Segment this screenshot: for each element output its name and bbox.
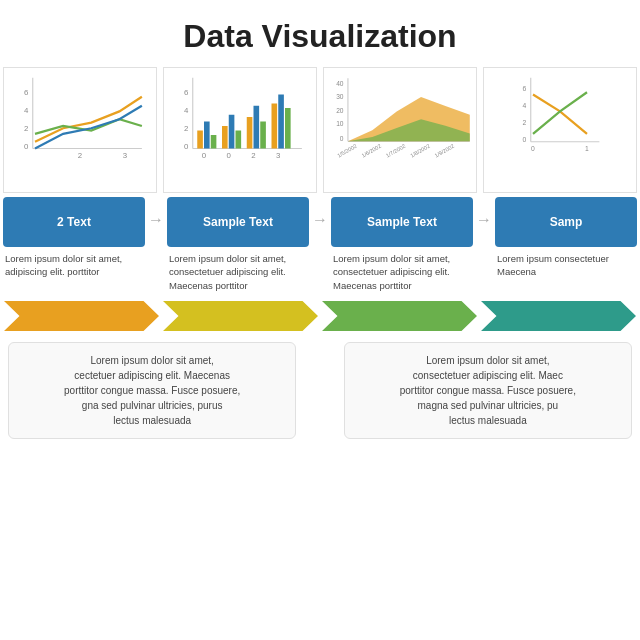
svg-text:20: 20 xyxy=(336,107,344,114)
svg-text:2: 2 xyxy=(24,124,28,133)
svg-text:2: 2 xyxy=(251,151,255,160)
svg-text:3: 3 xyxy=(123,151,128,160)
text-2: Lorem ipsum dolor sit amet, consectetuer… xyxy=(167,247,309,294)
unit-4: Samp Lorem ipsum consectetuer Maecena xyxy=(495,197,637,294)
svg-text:0: 0 xyxy=(522,136,526,143)
line-chart-4: 0 2 4 6 0 1 xyxy=(488,72,632,162)
text-4: Lorem ipsum consectetuer Maecena xyxy=(495,247,637,281)
chevron-2 xyxy=(163,301,318,331)
svg-text:6: 6 xyxy=(24,88,29,97)
svg-text:6: 6 xyxy=(522,85,526,92)
svg-rect-25 xyxy=(285,108,291,149)
bottom-box-1: Lorem ipsum dolor sit amet, cectetuer ad… xyxy=(8,342,296,439)
text-3: Lorem ipsum dolor sit amet, consectetuer… xyxy=(331,247,473,294)
svg-text:3: 3 xyxy=(276,151,281,160)
svg-text:4: 4 xyxy=(24,106,29,115)
svg-text:4: 4 xyxy=(184,106,189,115)
chevron-4 xyxy=(481,301,636,331)
svg-text:1/8/2002: 1/8/2002 xyxy=(409,143,431,159)
svg-text:1: 1 xyxy=(585,145,589,152)
labels-text-block: 2 Text Lorem ipsum dolor sit amet, adipi… xyxy=(0,197,640,294)
svg-text:4: 4 xyxy=(522,102,526,109)
arrows-row xyxy=(0,298,640,334)
unit-2: Sample Text Lorem ipsum dolor sit amet, … xyxy=(167,197,309,294)
text-1: Lorem ipsum dolor sit amet, adipiscing e… xyxy=(3,247,145,281)
page-title: Data Visualization xyxy=(0,0,640,65)
bottom-text-2: Lorem ipsum dolor sit amet, consectetuer… xyxy=(400,355,576,426)
arrow-connector-1: → xyxy=(148,197,164,294)
label-2: Sample Text xyxy=(167,197,309,247)
svg-text:2: 2 xyxy=(522,119,526,126)
svg-rect-19 xyxy=(236,131,242,149)
svg-rect-17 xyxy=(222,126,228,149)
svg-text:2: 2 xyxy=(78,151,82,160)
bottom-text-1: Lorem ipsum dolor sit amet, cectetuer ad… xyxy=(64,355,240,426)
label-4: Samp xyxy=(495,197,637,247)
svg-text:10: 10 xyxy=(336,120,344,127)
chart-2: 0 2 4 6 0 0 2 3 xyxy=(163,67,317,193)
svg-text:2: 2 xyxy=(184,124,188,133)
svg-rect-22 xyxy=(260,122,266,149)
svg-text:6: 6 xyxy=(184,88,189,97)
chevron-1 xyxy=(4,301,159,331)
chart-4: 0 2 4 6 0 1 xyxy=(483,67,637,193)
svg-rect-15 xyxy=(204,122,210,149)
chart-1: 0 2 4 6 2 3 xyxy=(3,67,157,193)
label-3: Sample Text xyxy=(331,197,473,247)
arrow-connector-3: → xyxy=(476,197,492,294)
bottom-box-2: Lorem ipsum dolor sit amet, consectetuer… xyxy=(344,342,632,439)
svg-rect-18 xyxy=(229,115,235,149)
svg-text:1/7/2002: 1/7/2002 xyxy=(385,143,407,159)
svg-text:0: 0 xyxy=(24,142,29,151)
svg-rect-16 xyxy=(211,135,217,149)
chevron-3 xyxy=(322,301,477,331)
svg-text:40: 40 xyxy=(336,80,344,87)
svg-text:0: 0 xyxy=(531,145,535,152)
label-1: 2 Text xyxy=(3,197,145,247)
svg-text:0: 0 xyxy=(340,135,344,142)
line-chart-1: 0 2 4 6 2 3 xyxy=(8,72,152,162)
bar-chart-2: 0 2 4 6 0 0 2 3 xyxy=(168,72,312,162)
svg-text:0: 0 xyxy=(202,151,207,160)
svg-text:1/5/2002: 1/5/2002 xyxy=(336,143,358,159)
svg-text:1/6/2002: 1/6/2002 xyxy=(361,143,383,159)
svg-rect-23 xyxy=(272,104,278,149)
svg-rect-14 xyxy=(197,131,203,149)
svg-rect-21 xyxy=(254,106,260,149)
unit-1: 2 Text Lorem ipsum dolor sit amet, adipi… xyxy=(3,197,145,294)
svg-text:0: 0 xyxy=(227,151,232,160)
svg-text:30: 30 xyxy=(336,93,344,100)
unit-3: Sample Text Lorem ipsum dolor sit amet, … xyxy=(331,197,473,294)
svg-text:1/9/2002: 1/9/2002 xyxy=(434,143,456,159)
area-chart-3: 0 10 20 30 40 1/5/2002 1/6/2002 1/7/2002… xyxy=(328,72,472,162)
bottom-row: Lorem ipsum dolor sit amet, cectetuer ad… xyxy=(0,342,640,439)
charts-row: 0 2 4 6 2 3 0 2 4 6 xyxy=(0,65,640,195)
svg-rect-24 xyxy=(278,95,284,149)
svg-text:0: 0 xyxy=(184,142,189,151)
chart-3: 0 10 20 30 40 1/5/2002 1/6/2002 1/7/2002… xyxy=(323,67,477,193)
arrow-connector-2: → xyxy=(312,197,328,294)
svg-rect-20 xyxy=(247,117,253,149)
